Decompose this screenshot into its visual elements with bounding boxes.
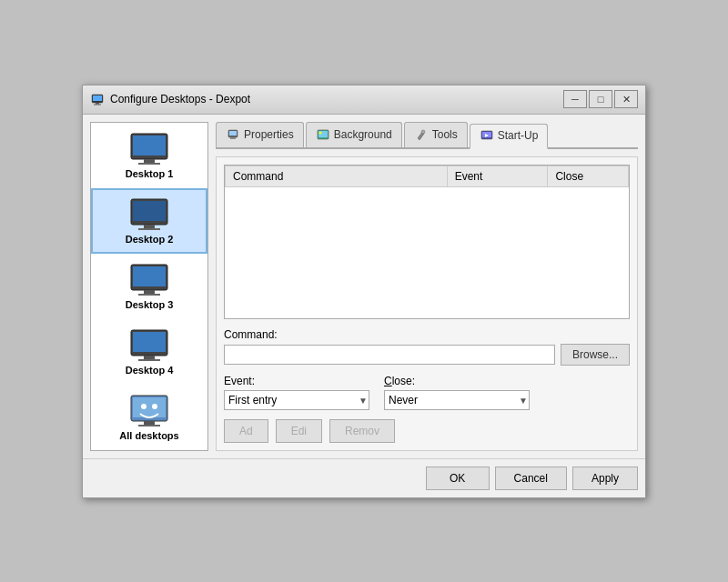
close-label: Close: xyxy=(384,375,530,387)
svg-rect-24 xyxy=(144,421,155,425)
ok-button[interactable]: OK xyxy=(426,467,490,490)
browse-button[interactable]: Browse... xyxy=(561,344,630,366)
action-buttons: Ad Edi Remov xyxy=(224,419,630,443)
close-group: Close: Never On exit Always ▼ xyxy=(384,375,530,410)
desktop-4-icon xyxy=(127,328,171,365)
window-footer: OK Cancel Apply xyxy=(83,458,645,497)
minimize-button[interactable]: ─ xyxy=(563,90,587,108)
command-input-row: Browse... xyxy=(224,344,630,366)
add-button[interactable]: Ad xyxy=(224,419,268,443)
apply-button[interactable]: Apply xyxy=(572,467,638,490)
event-select[interactable]: First entry Every entry Manual xyxy=(224,390,369,410)
tab-startup[interactable]: Start-Up xyxy=(470,124,549,149)
command-table-container: Command Event Close xyxy=(224,165,630,319)
tab-properties-label: Properties xyxy=(244,128,294,141)
svg-rect-18 xyxy=(144,356,155,359)
svg-point-31 xyxy=(318,132,321,135)
maximize-button[interactable]: □ xyxy=(589,90,612,108)
svg-rect-27 xyxy=(229,131,237,135)
svg-rect-19 xyxy=(138,359,160,361)
dropdowns-row: Event: First entry Every entry Manual ▼ … xyxy=(224,375,630,410)
svg-rect-10 xyxy=(144,225,155,228)
tab-tools-label: Tools xyxy=(432,128,458,141)
svg-rect-21 xyxy=(133,397,166,417)
svg-rect-14 xyxy=(144,290,155,294)
window-title: Configure Desktops - Dexpot xyxy=(110,93,563,105)
svg-rect-15 xyxy=(138,294,160,296)
background-tab-icon xyxy=(316,127,330,142)
svg-rect-5 xyxy=(133,135,166,156)
svg-rect-28 xyxy=(230,137,236,139)
all-desktops-label: All desktops xyxy=(119,430,178,441)
edit-button[interactable]: Edi xyxy=(276,419,322,443)
svg-point-22 xyxy=(141,404,147,409)
startup-tab-icon xyxy=(480,128,494,143)
svg-point-23 xyxy=(152,404,157,409)
startup-tab-content: Command Event Close Command: xyxy=(216,156,638,451)
window-controls: ─ □ ✕ xyxy=(563,90,638,108)
svg-rect-7 xyxy=(138,163,160,165)
svg-rect-9 xyxy=(133,201,166,221)
tab-startup-label: Start-Up xyxy=(498,129,539,142)
command-label: Command: xyxy=(224,328,630,341)
cancel-button[interactable]: Cancel xyxy=(495,467,567,490)
remove-button[interactable]: Remov xyxy=(329,419,395,443)
desktop-3-label: Desktop 3 xyxy=(126,299,174,310)
svg-rect-13 xyxy=(133,266,166,286)
command-form-row: Command: Browse... xyxy=(224,328,630,366)
tab-background-label: Background xyxy=(334,128,392,141)
desktop-item-1[interactable]: Desktop 1 xyxy=(91,123,207,188)
desktop-item-4[interactable]: Desktop 4 xyxy=(91,319,207,385)
svg-point-32 xyxy=(421,130,425,134)
tab-tools[interactable]: Tools xyxy=(404,122,468,147)
desktop-item-all[interactable]: All desktops xyxy=(91,385,207,450)
svg-rect-1 xyxy=(93,95,102,101)
desktop-list: Desktop 1 Desktop 2 Desktop 3 xyxy=(90,122,208,451)
title-bar: Configure Desktops - Dexpot ─ □ ✕ xyxy=(83,85,645,115)
close-select-wrapper: Never On exit Always ▼ xyxy=(384,390,530,410)
window-body: Desktop 1 Desktop 2 Desktop 3 xyxy=(83,115,645,458)
svg-rect-2 xyxy=(96,103,99,105)
svg-rect-11 xyxy=(138,228,160,230)
desktop-3-icon xyxy=(127,263,171,299)
column-command: Command xyxy=(226,166,448,186)
desktop-4-label: Desktop 4 xyxy=(126,365,174,376)
all-desktops-icon xyxy=(127,394,171,430)
event-label: Event: xyxy=(224,375,369,387)
column-event: Event xyxy=(447,166,548,186)
command-table-body xyxy=(226,186,629,292)
desktop-1-label: Desktop 1 xyxy=(126,168,174,179)
window-icon xyxy=(90,92,105,106)
desktop-2-label: Desktop 2 xyxy=(126,234,174,245)
tab-background[interactable]: Background xyxy=(306,122,402,147)
svg-rect-3 xyxy=(94,105,101,105)
configure-desktops-window: Configure Desktops - Dexpot ─ □ ✕ Deskto… xyxy=(82,85,646,498)
desktop-1-icon xyxy=(127,132,171,168)
svg-rect-6 xyxy=(144,159,155,163)
column-close: Close xyxy=(548,166,629,186)
command-table: Command Event Close xyxy=(225,166,629,293)
svg-rect-17 xyxy=(133,332,166,352)
desktop-item-3[interactable]: Desktop 3 xyxy=(91,254,207,319)
desktop-2-icon xyxy=(127,197,171,234)
tab-bar: Properties Background xyxy=(216,122,638,149)
properties-tab-icon xyxy=(226,127,240,142)
event-group: Event: First entry Every entry Manual ▼ xyxy=(224,375,369,410)
command-input[interactable] xyxy=(224,345,555,365)
svg-rect-25 xyxy=(138,425,160,426)
tab-properties[interactable]: Properties xyxy=(216,122,304,147)
close-button[interactable]: ✕ xyxy=(614,90,638,108)
right-panel: Properties Background xyxy=(216,122,638,451)
tools-tab-icon xyxy=(414,127,429,142)
desktop-item-2[interactable]: Desktop 2 xyxy=(91,188,207,254)
close-select[interactable]: Never On exit Always xyxy=(384,390,530,410)
event-select-wrapper: First entry Every entry Manual ▼ xyxy=(224,390,369,410)
